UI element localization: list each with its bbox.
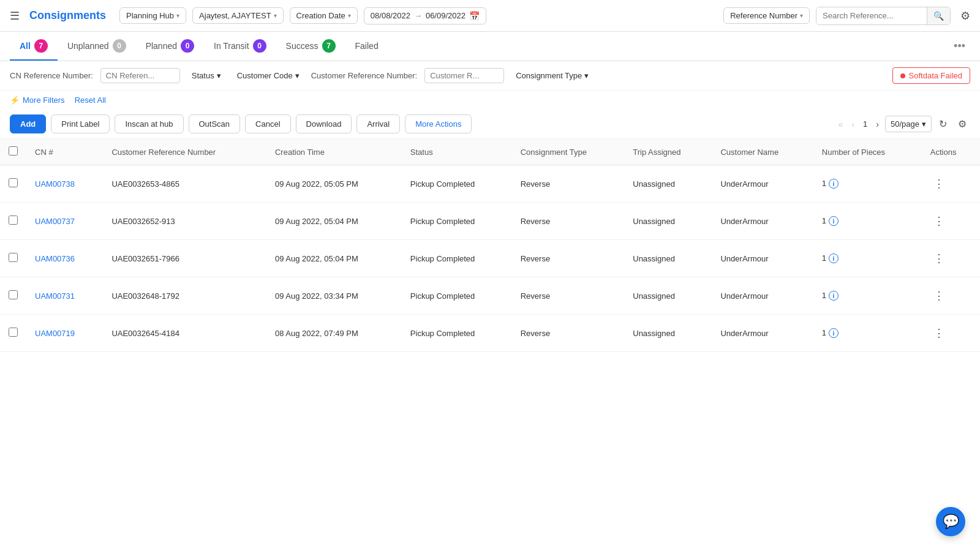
reference-number-dropdown[interactable]: Reference Number ▾ [723,7,810,24]
actions-cell: ⋮ [922,203,980,240]
row-checkbox[interactable] [9,253,18,262]
status-cell: Pickup Completed [402,165,512,203]
creation-date-dropdown[interactable]: Creation Date ▾ [290,7,358,24]
consignment-type-cell: Reverse [512,315,625,352]
more-filters-row: ⚡ More Filters Reset All [0,91,980,110]
softdata-failed-button[interactable]: Softdata Failed [892,67,970,84]
cn-reference-label: CN Reference Number: [10,71,93,80]
chevron-down-icon: ▾ [800,12,803,19]
actions-cell: ⋮ [922,315,980,352]
per-page-select[interactable]: 50/page ▾ [885,116,932,132]
tab-failed[interactable]: Failed [345,32,388,61]
info-icon[interactable]: i [829,179,839,189]
row-actions-button[interactable]: ⋮ [930,324,948,342]
cn-number-cell: UAM00719 [26,315,103,352]
chevron-down-icon: ▾ [217,71,221,80]
cancel-button[interactable]: Cancel [245,114,290,133]
select-all-checkbox-header[interactable] [0,139,26,165]
tab-badge: 7 [34,39,48,53]
consignment-type-filter-label: Consignment Type [516,71,582,80]
row-checkbox[interactable] [9,328,18,337]
reset-all-button[interactable]: Reset All [75,96,106,105]
tab-in-transit[interactable]: In Transit0 [204,32,276,61]
info-icon[interactable]: i [829,216,839,226]
cn-number-link[interactable]: UAM00719 [35,329,75,338]
tab-all[interactable]: All7 [10,32,58,61]
consignment-type-cell: Reverse [512,277,625,315]
th-cn: CN # [26,139,103,165]
th-trip-assigned: Trip Assigned [624,139,712,165]
prev-page-button[interactable]: ‹ [849,117,857,132]
table-row: UAM00738UAE0032653-486509 Aug 2022, 05:0… [0,165,980,203]
select-all-checkbox[interactable] [9,146,18,156]
customer-name-cell: UnderArmour [712,203,813,240]
more-filters-button[interactable]: ⚡ More Filters [10,96,65,105]
cn-number-cell: UAM00736 [26,240,103,277]
planning-hub-dropdown[interactable]: Planning Hub ▾ [119,7,186,24]
pagination-controls: « ‹ 1 › 50/page ▾ ↻ ⚙ [836,116,970,132]
softdata-failed-label: Softdata Failed [909,71,962,80]
customer-name-cell: UnderArmour [712,277,813,315]
status-filter-dropdown[interactable]: Status ▾ [187,68,225,83]
info-icon[interactable]: i [829,253,839,263]
add-button[interactable]: Add [10,114,46,133]
inscan-at-hub-button[interactable]: Inscan at hub [115,114,183,133]
info-icon[interactable]: i [829,328,839,338]
hamburger-icon[interactable]: ☰ [10,9,20,23]
planning-hub-label: Planning Hub [126,11,174,20]
print-label-button[interactable]: Print Label [51,114,110,133]
table-row: UAM00737UAE0032652-91309 Aug 2022, 05:04… [0,203,980,240]
info-icon[interactable]: i [829,291,839,301]
row-actions-button[interactable]: ⋮ [930,212,948,230]
customer-code-filter-label: Customer Code [237,71,293,80]
search-reference-input[interactable] [816,7,927,24]
next-page-button[interactable]: › [873,117,881,132]
tab-success[interactable]: Success7 [276,32,345,61]
cn-number-link[interactable]: UAM00731 [35,291,75,301]
tab-label: Unplanned [67,41,109,51]
download-button[interactable]: Download [296,114,352,133]
date-range-picker[interactable]: 08/08/2022 → 06/09/2022 📅 [364,7,486,24]
creation-date-label: Creation Date [296,11,345,20]
user-dropdown[interactable]: Ajaytest, AJAYTEST ▾ [192,7,284,24]
customer-code-filter-dropdown[interactable]: Customer Code ▾ [233,68,304,83]
row-checkbox[interactable] [9,216,18,225]
tab-planned[interactable]: Planned0 [136,32,204,61]
search-button[interactable]: 🔍 [927,7,950,24]
row-checkbox[interactable] [9,178,18,187]
cn-number-link[interactable]: UAM00736 [35,254,75,263]
chevron-down-icon: ▾ [584,71,589,80]
arrival-button[interactable]: Arrival [356,114,400,133]
tabs-more-icon[interactable]: ••• [949,40,970,53]
chevron-down-icon: ▾ [295,71,300,80]
date-to: 06/09/2022 [426,11,466,20]
status-cell: Pickup Completed [402,203,512,240]
row-checkbox[interactable] [9,290,18,299]
row-actions-button[interactable]: ⋮ [930,287,948,304]
customer-ref-cell: UAE0032648-1792 [103,277,266,315]
softdata-failed-dot [900,73,905,78]
consignment-type-filter-dropdown[interactable]: Consignment Type ▾ [511,68,593,83]
consignment-type-cell: Reverse [512,240,625,277]
row-actions-button[interactable]: ⋮ [930,175,948,192]
th-customer-ref: Customer Reference Number [103,139,266,165]
actions-cell: ⋮ [922,277,980,315]
user-label: Ajaytest, AJAYTEST [199,11,271,20]
row-actions-button[interactable]: ⋮ [930,250,948,267]
th-actions: Actions [922,139,980,165]
tab-unplanned[interactable]: Unplanned0 [58,32,136,61]
cn-reference-input[interactable] [100,68,180,83]
refresh-button[interactable]: ↻ [935,116,951,132]
first-page-button[interactable]: « [836,117,846,132]
outscan-button[interactable]: OutScan [189,114,241,133]
customer-reference-input[interactable] [424,68,504,83]
consignment-type-cell: Reverse [512,203,625,240]
customer-ref-cell: UAE0032652-913 [103,203,266,240]
account-settings-icon[interactable]: ⚙ [960,9,970,23]
table-row: UAM00736UAE0032651-796609 Aug 2022, 05:0… [0,240,980,277]
column-settings-button[interactable]: ⚙ [954,116,970,132]
cn-number-link[interactable]: UAM00738 [35,179,75,189]
trip-assigned-cell: Unassigned [624,203,712,240]
cn-number-link[interactable]: UAM00737 [35,217,75,226]
more-actions-button[interactable]: More Actions [405,114,472,133]
